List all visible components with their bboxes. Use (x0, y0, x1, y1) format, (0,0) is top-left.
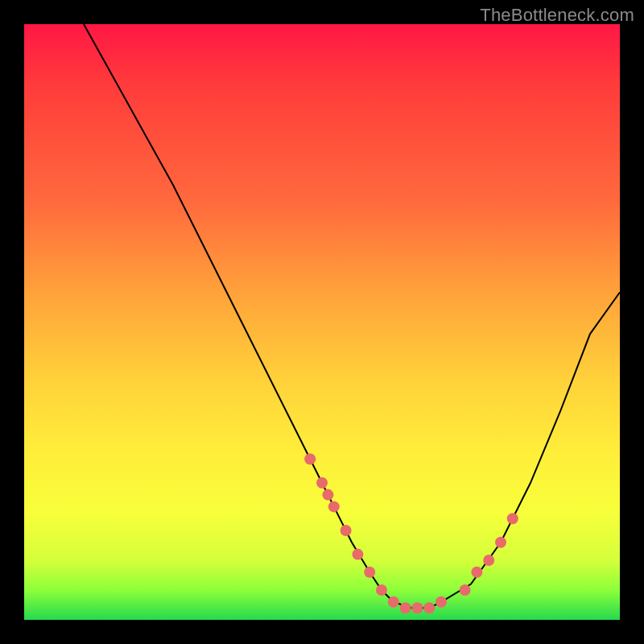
chart-frame: TheBottleneck.com (0, 0, 644, 644)
bottleneck-curve (84, 24, 620, 608)
marker-dot (304, 453, 316, 464)
marker-dot (400, 602, 411, 613)
marker-group (304, 453, 518, 613)
marker-dot (460, 584, 471, 596)
curve-svg (24, 24, 620, 620)
watermark-text: TheBottleneck.com (480, 5, 634, 26)
plot-area (24, 24, 620, 620)
marker-dot (322, 489, 333, 501)
marker-dot (471, 567, 482, 578)
marker-dot (423, 602, 435, 613)
marker-dot (352, 549, 363, 560)
marker-dot (411, 602, 423, 613)
marker-dot (388, 597, 399, 608)
marker-dot (364, 567, 375, 578)
marker-dot (483, 555, 494, 566)
marker-dot (316, 477, 328, 489)
marker-dot (328, 501, 340, 512)
marker-dot (495, 537, 506, 548)
marker-dot (507, 513, 518, 524)
marker-dot (376, 584, 387, 596)
marker-dot (341, 525, 352, 536)
marker-dot (436, 597, 447, 608)
